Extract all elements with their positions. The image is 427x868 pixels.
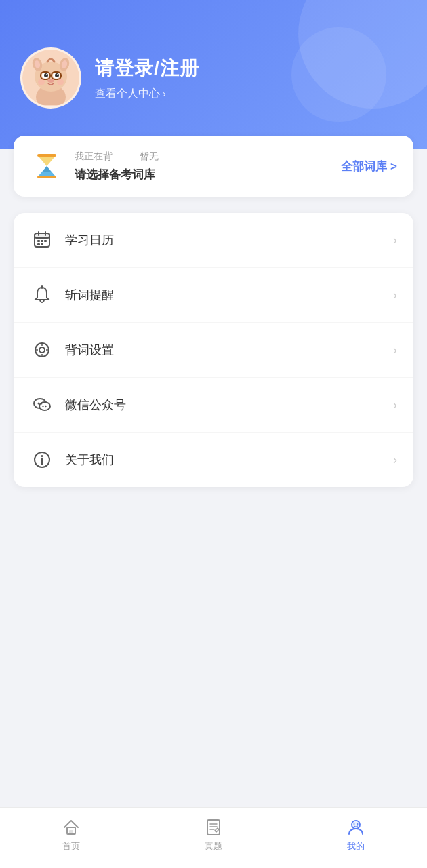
tab-bar: 首页 真题 bbox=[0, 807, 427, 868]
vocab-info: 我正在背 暂无 请选择备考词库 bbox=[75, 151, 330, 182]
menu-item-study-calendar[interactable]: 学习日历 › bbox=[14, 213, 413, 268]
svg-rect-50 bbox=[207, 820, 220, 835]
svg-rect-19 bbox=[37, 154, 56, 157]
mine-icon bbox=[346, 817, 366, 837]
hourglass-icon bbox=[30, 149, 64, 183]
svg-point-57 bbox=[357, 823, 359, 825]
tab-home[interactable]: 首页 bbox=[0, 817, 142, 852]
learning-label: 我正在背 bbox=[75, 151, 113, 163]
tab-exam[interactable]: 真题 bbox=[142, 817, 285, 852]
menu-label-word-reminder: 斩词提醒 bbox=[65, 287, 393, 303]
svg-point-41 bbox=[38, 403, 40, 405]
bell-icon bbox=[30, 283, 54, 307]
vocab-selected[interactable]: 请选择备考词库 bbox=[75, 167, 330, 182]
tab-exam-label: 真题 bbox=[205, 840, 222, 852]
svg-rect-25 bbox=[41, 240, 43, 242]
calendar-icon bbox=[30, 228, 54, 252]
all-vocab-button[interactable]: 全部词库 > bbox=[341, 159, 397, 174]
wechat-icon bbox=[30, 393, 54, 417]
settings-icon bbox=[30, 338, 54, 362]
menu-label-about-us: 关于我们 bbox=[65, 452, 393, 468]
menu-item-word-reminder[interactable]: 斩词提醒 › bbox=[14, 268, 413, 323]
tab-mine[interactable]: 我的 bbox=[285, 817, 427, 852]
login-title[interactable]: 请登录/注册 bbox=[95, 56, 199, 81]
svg-rect-28 bbox=[41, 243, 43, 245]
svg-point-9 bbox=[44, 73, 48, 77]
svg-point-43 bbox=[42, 406, 43, 407]
menu-label-study-calendar: 学习日历 bbox=[65, 232, 393, 248]
menu-label-word-settings: 背词设置 bbox=[65, 342, 393, 358]
header-info: 请登录/注册 查看个人中心 › bbox=[95, 56, 199, 101]
svg-point-10 bbox=[55, 73, 59, 77]
home-icon bbox=[61, 817, 81, 837]
chevron-right-icon: › bbox=[393, 288, 397, 302]
svg-point-16 bbox=[47, 79, 54, 83]
menu-item-about-us[interactable]: 关于我们 › bbox=[14, 433, 413, 487]
chevron-right-icon: › bbox=[393, 233, 397, 248]
info-icon bbox=[30, 448, 54, 472]
tab-mine-label: 我的 bbox=[347, 840, 365, 852]
svg-point-47 bbox=[41, 455, 43, 457]
chevron-right-icon: › bbox=[393, 453, 397, 467]
chevron-right-icon: › bbox=[393, 398, 397, 412]
svg-point-18 bbox=[57, 79, 64, 85]
svg-point-33 bbox=[39, 347, 45, 353]
menu-item-wechat[interactable]: 微信公众号 › bbox=[14, 378, 413, 433]
profile-link[interactable]: 查看个人中心 › bbox=[95, 87, 199, 101]
menu-card: 学习日历 › 斩词提醒 › bbox=[14, 213, 413, 487]
menu-item-word-settings[interactable]: 背词设置 › bbox=[14, 323, 413, 378]
svg-point-12 bbox=[57, 74, 58, 75]
svg-rect-49 bbox=[69, 830, 73, 834]
svg-rect-26 bbox=[44, 240, 47, 242]
svg-point-11 bbox=[46, 74, 47, 75]
svg-point-44 bbox=[45, 406, 46, 407]
menu-label-wechat: 微信公众号 bbox=[65, 397, 393, 413]
svg-rect-27 bbox=[37, 243, 40, 245]
svg-rect-24 bbox=[37, 240, 40, 242]
tab-home-label: 首页 bbox=[62, 840, 80, 852]
svg-point-42 bbox=[41, 403, 43, 405]
vocab-card: 我正在背 暂无 请选择备考词库 全部词库 > bbox=[14, 136, 413, 197]
profile-arrow: › bbox=[163, 88, 166, 99]
svg-point-56 bbox=[354, 823, 355, 825]
svg-rect-20 bbox=[37, 176, 56, 178]
chevron-right-icon: › bbox=[393, 343, 397, 357]
profile-header: 请登录/注册 查看个人中心 › bbox=[0, 0, 427, 149]
svg-point-17 bbox=[38, 79, 45, 85]
exam-icon bbox=[203, 817, 224, 837]
vocab-status: 暂无 bbox=[140, 151, 159, 163]
avatar[interactable] bbox=[20, 47, 81, 108]
